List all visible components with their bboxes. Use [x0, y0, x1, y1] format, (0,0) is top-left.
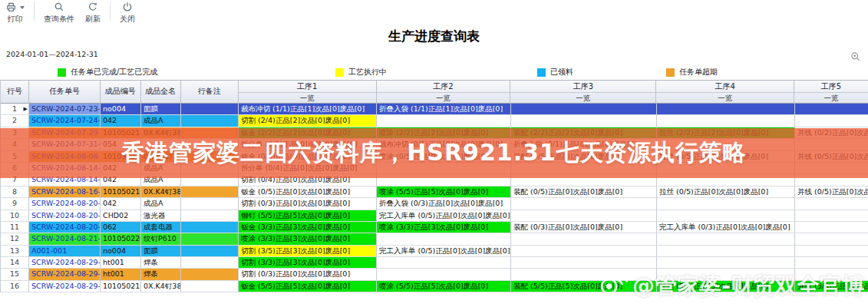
task-number-cell[interactable]: SCRW-2024-07-29-00003: [29, 127, 101, 139]
table-row[interactable]: 3SCRW-2024-07-29-000031010502100X.K4钉38m…: [1, 127, 868, 139]
product-code-cell[interactable]: 054: [101, 139, 141, 150]
process-cell[interactable]: [511, 246, 657, 257]
process-cell[interactable]: [377, 257, 511, 269]
process-cell[interactable]: 喷涂 (5/5)正品[5]次品[0]废品[0]: [377, 281, 511, 292]
header-product-code[interactable]: 成品编号: [101, 81, 141, 104]
task-number-cell[interactable]: SCRW-2024-07-23-00001: [29, 104, 101, 115]
product-code-cell[interactable]: 042: [101, 163, 141, 174]
product-name-cell[interactable]: 激光器: [141, 210, 181, 222]
header-process-1[interactable]: 工序1 一览: [239, 81, 377, 104]
product-name-cell[interactable]: 成品A: [141, 174, 181, 186]
row-remark-cell[interactable]: [181, 127, 239, 139]
row-remark-cell[interactable]: [181, 139, 239, 150]
table-row[interactable]: 13A001-001no004面膜切割 (3/5)正品[3]次品[0]废品[0]…: [1, 246, 868, 257]
product-code-cell[interactable]: 101050210: [101, 151, 141, 163]
process-cell[interactable]: 喷涂 (3/3)正品[3]次品[0]废品[0]: [377, 222, 511, 233]
row-number-cell[interactable]: 13: [1, 246, 29, 257]
product-name-cell[interactable]: 0X.K4钉38mm(2000): [141, 281, 181, 292]
process-cell[interactable]: [511, 233, 657, 245]
process-cell[interactable]: [657, 257, 795, 269]
zoom-magnifier-icon[interactable]: [850, 51, 861, 65]
process-cell[interactable]: [657, 210, 795, 222]
product-code-cell[interactable]: ht001: [101, 257, 141, 269]
process-cell[interactable]: [377, 233, 511, 245]
process-cell[interactable]: [795, 269, 868, 280]
header-process-4[interactable]: 工序4 一览: [656, 81, 794, 104]
process-cell[interactable]: 切割 (0/4)正品[0]次品[0]废品[0]: [239, 174, 377, 186]
process-cell[interactable]: 钣金 (3/3)正品[3]次品[0]废品[0]: [239, 222, 377, 233]
process-cell[interactable]: 钣金 (0/5)正品[0]次品[0]废品[0]: [239, 187, 377, 198]
table-row[interactable]: 10SCRW-2024-08-20-00014CHD02激光器铆钉 (5/5)正…: [1, 210, 868, 222]
process-cell[interactable]: [511, 104, 657, 115]
row-remark-cell[interactable]: [181, 210, 239, 222]
table-row[interactable]: 5SCRW-2024-08-08-000091010502100X.K4钉38m…: [1, 151, 868, 163]
process-cell[interactable]: [795, 198, 868, 210]
process-cell[interactable]: 拉丝 (0/5)正品[0]次品[0]废品[0]: [657, 151, 795, 163]
task-number-cell[interactable]: SCRW-2024-08-20-00016: [29, 222, 101, 233]
product-name-cell[interactable]: 成套电器: [141, 222, 181, 233]
row-remark-cell[interactable]: [181, 151, 239, 163]
process-cell[interactable]: 切割 (3/3)正品[3]次品[0]废品[0]: [239, 257, 377, 269]
row-remark-cell[interactable]: [181, 257, 239, 269]
query-conditions-button[interactable]: 查询条件: [38, 0, 80, 23]
close-button[interactable]: 关闭: [114, 0, 140, 23]
process-cell[interactable]: [377, 115, 511, 127]
table-row[interactable]: 1▶SCRW-2024-07-23-00001no004面膜裁布冲切 (1/1)…: [1, 104, 868, 115]
product-name-cell[interactable]: 0X.K4钉38mm(2000): [141, 151, 181, 163]
row-remark-cell[interactable]: [181, 163, 239, 174]
task-number-cell[interactable]: A001-001: [29, 246, 101, 257]
process-cell[interactable]: [795, 104, 868, 115]
product-name-cell[interactable]: [141, 139, 181, 150]
row-number-cell[interactable]: 9: [1, 198, 29, 210]
product-code-cell[interactable]: 101050210: [101, 281, 141, 292]
process-cell[interactable]: [795, 163, 868, 174]
row-remark-cell[interactable]: [181, 104, 239, 115]
product-code-cell[interactable]: 042: [101, 174, 141, 186]
process-cell[interactable]: 切割 (2/4)正品[2]次品[0]废品[0]: [239, 115, 377, 127]
process-cell[interactable]: 钣金 (2/2)正品[2]次品[0]废品[0]: [239, 127, 377, 139]
process-cell[interactable]: 并线 (0/5)正品[0]次品[0]废品[0]: [795, 187, 868, 198]
process-cell[interactable]: [795, 174, 868, 186]
process-cell[interactable]: [795, 233, 868, 245]
row-number-cell[interactable]: 6: [1, 163, 29, 174]
row-number-cell[interactable]: 10: [1, 210, 29, 222]
product-code-cell[interactable]: ht001: [101, 269, 141, 280]
row-number-cell[interactable]: 7: [1, 174, 29, 186]
process-cell[interactable]: [377, 174, 511, 186]
product-name-cell[interactable]: 面膜: [141, 104, 181, 115]
product-name-cell[interactable]: 0X.K4钉38mm(2000): [141, 127, 181, 139]
product-name-cell[interactable]: 成品A: [141, 198, 181, 210]
process-cell[interactable]: [657, 104, 795, 115]
process-cell[interactable]: 拉丝 (0/5)正品[0]次品[0]废品[0]: [657, 187, 795, 198]
table-row[interactable]: 11SCRW-2024-08-20-00016062成套电器钣金 (3/3)正品…: [1, 222, 868, 233]
process-cell[interactable]: [795, 115, 868, 127]
row-remark-cell[interactable]: [181, 222, 239, 233]
header-process-5[interactable]: 工序5 一览: [794, 81, 868, 104]
process-cell[interactable]: 拆分单 (0/1)正品[0]次品[0]废品[0]: [239, 139, 377, 150]
table-row[interactable]: 4SCRW-2024-07-31-00004054拆分单 (0/1)正品[0]次…: [1, 139, 868, 150]
process-cell[interactable]: [795, 210, 868, 222]
process-cell[interactable]: 喷涂 (2/2)正品[2]次品[0]废品[0]: [377, 127, 511, 139]
refresh-button[interactable]: 刷新: [80, 0, 106, 23]
task-number-cell[interactable]: SCRW-2024-08-08-00009: [29, 151, 101, 163]
process-cell[interactable]: [657, 139, 795, 150]
process-cell[interactable]: [511, 174, 657, 186]
table-row[interactable]: 14SCRW-2024-08-29-00020ht001焊条切割 (3/3)正品…: [1, 257, 868, 269]
process-cell[interactable]: 完工入库单 (0/5)正品[0]次品[0]废品[0]: [377, 246, 511, 257]
process-cell[interactable]: 折叠入袋 (0/1)正品[0]次品[0]废品[0]: [511, 139, 657, 150]
product-name-cell[interactable]: 成品A: [141, 115, 181, 127]
process-cell[interactable]: [377, 163, 511, 174]
header-row-number[interactable]: 行号: [1, 81, 29, 104]
process-cell[interactable]: [795, 222, 868, 233]
process-cell[interactable]: 铆钉 (5/5)正品[5]次品[0]废品[0]: [239, 210, 377, 222]
process-cell[interactable]: 装配 (0/5)正品[0]次品[0]废品[0]: [511, 187, 657, 198]
process-cell[interactable]: [795, 139, 868, 150]
row-number-cell[interactable]: 14: [1, 257, 29, 269]
product-name-cell[interactable]: 成品A: [141, 163, 181, 174]
task-number-cell[interactable]: SCRW-2024-07-24-00002: [29, 115, 101, 127]
process-cell[interactable]: [511, 198, 657, 210]
product-name-cell[interactable]: 面膜: [141, 246, 181, 257]
process-cell[interactable]: [657, 115, 795, 127]
task-number-cell[interactable]: SCRW-2024-08-14-00011: [29, 174, 101, 186]
product-name-cell[interactable]: 纹钉P610: [141, 233, 181, 245]
